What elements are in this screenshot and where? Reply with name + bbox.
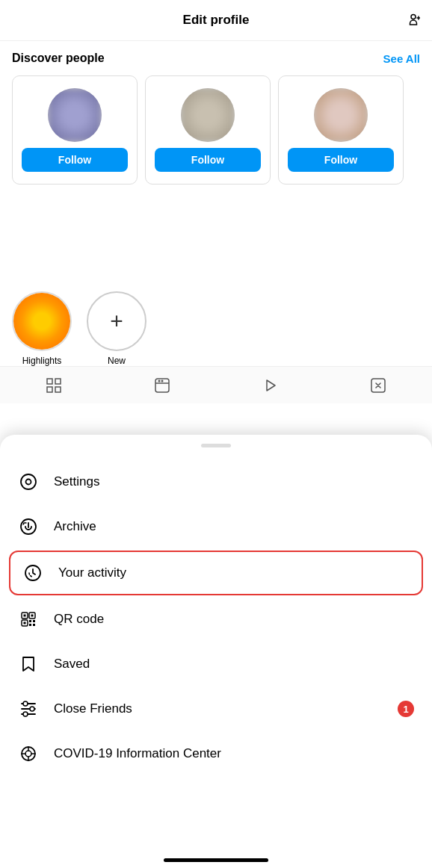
home-indicator (164, 858, 268, 862)
close-friends-label: Close Friends (54, 701, 132, 716)
svg-rect-18 (24, 615, 26, 617)
see-all-link[interactable]: See All (383, 52, 420, 65)
svg-point-30 (23, 712, 28, 716)
svg-rect-24 (33, 624, 35, 626)
qr-icon (18, 609, 39, 630)
menu-item-covid[interactable]: COVID-19 Information Center (0, 731, 432, 776)
story-item-highlights[interactable]: Highlights (12, 291, 72, 366)
highlights-label: Highlights (22, 356, 62, 366)
activity-icon (22, 562, 43, 583)
settings-label: Settings (54, 474, 99, 489)
svg-point-8 (161, 379, 163, 382)
menu-item-your-activity[interactable]: Your activity (9, 551, 423, 595)
highlights-circle[interactable] (12, 291, 72, 351)
svg-point-29 (30, 707, 34, 711)
svg-point-7 (158, 379, 160, 382)
archive-icon (18, 516, 39, 537)
avatar (181, 88, 235, 142)
svg-rect-1 (47, 379, 52, 384)
page-title: Edit profile (183, 13, 250, 28)
discover-header: Discover people See All (12, 52, 420, 65)
svg-rect-21 (29, 620, 31, 622)
tab-reel[interactable] (108, 367, 217, 403)
menu-item-archive[interactable]: Archive (0, 504, 432, 549)
svg-rect-3 (47, 387, 52, 392)
saved-label: Saved (54, 657, 90, 672)
tab-tagged[interactable] (324, 367, 433, 403)
svg-point-28 (23, 701, 28, 706)
archive-label: Archive (54, 519, 96, 534)
tab-grid[interactable] (0, 367, 108, 403)
avatar (48, 88, 102, 142)
svg-marker-9 (267, 380, 275, 391)
tab-bar (0, 366, 432, 403)
svg-rect-2 (55, 379, 61, 384)
close-friends-badge: 1 (398, 701, 414, 717)
menu-item-qr-code[interactable]: QR code (0, 597, 432, 642)
menu-list: Settings Archive (0, 453, 432, 782)
svg-rect-22 (33, 620, 35, 622)
discover-section: Discover people See All Follow Follow Fo… (0, 41, 432, 192)
top-bar: Edit profile (0, 0, 432, 41)
discover-card: Follow (12, 75, 138, 185)
svg-point-0 (411, 15, 416, 19)
discover-cards: Follow Follow Follow (12, 75, 420, 185)
add-person-icon[interactable] (399, 10, 420, 31)
settings-icon (18, 471, 39, 492)
discover-card: Follow (145, 75, 271, 185)
plus-icon: + (110, 310, 123, 332)
covid-label: COVID-19 Information Center (54, 746, 221, 761)
sheet-handle (201, 444, 231, 447)
follow-button[interactable]: Follow (288, 148, 394, 172)
highlights-section: Highlights + New (0, 284, 432, 373)
menu-item-close-friends[interactable]: Close Friends 1 (0, 686, 432, 731)
svg-point-11 (21, 474, 36, 489)
avatar (314, 88, 368, 142)
svg-rect-20 (24, 622, 26, 624)
svg-rect-23 (29, 624, 31, 626)
tab-video[interactable] (216, 367, 324, 403)
discover-card: Follow (278, 75, 404, 185)
your-activity-label: Your activity (58, 565, 126, 580)
svg-rect-19 (31, 615, 34, 617)
discover-title: Discover people (12, 52, 105, 65)
story-item-new[interactable]: + New (87, 291, 146, 366)
menu-item-settings[interactable]: Settings (0, 459, 432, 504)
new-story-circle[interactable]: + (87, 291, 146, 351)
covid-icon (18, 743, 39, 764)
svg-point-12 (26, 480, 31, 485)
follow-button[interactable]: Follow (22, 148, 128, 172)
follow-button[interactable]: Follow (155, 148, 261, 172)
bottom-sheet: Settings Archive (0, 435, 432, 868)
close-friends-icon (18, 698, 39, 719)
svg-point-32 (25, 751, 31, 757)
new-label: New (108, 356, 126, 366)
qr-label: QR code (54, 612, 104, 627)
bookmark-icon (18, 654, 39, 675)
menu-item-saved[interactable]: Saved (0, 642, 432, 686)
svg-rect-4 (55, 387, 61, 392)
